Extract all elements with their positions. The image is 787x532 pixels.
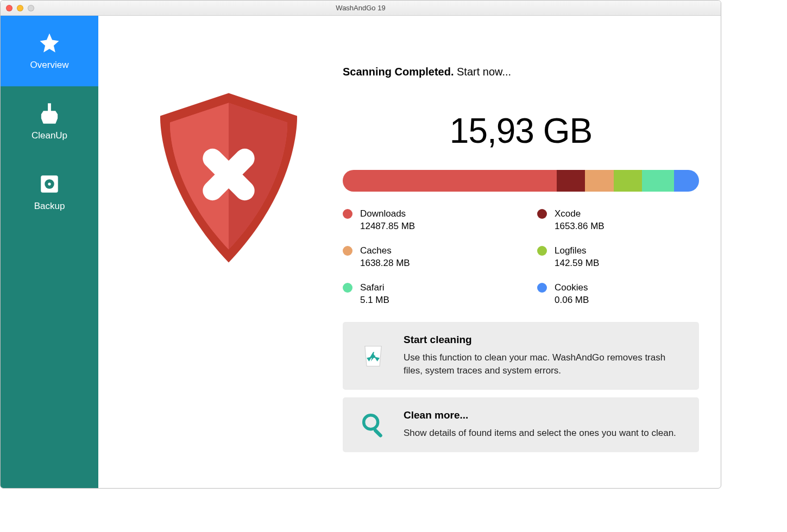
legend: Downloads12487.85 MBXcode1653.86 MBCache…: [343, 208, 699, 307]
legend-item: Safari5.1 MB: [343, 282, 505, 307]
disk-icon: [38, 173, 61, 195]
results-column: Scanning Completed. Start now... 15,93 G…: [343, 37, 699, 460]
storage-bar: [343, 170, 699, 192]
bar-segment: [585, 170, 613, 192]
clean-more-card[interactable]: Clean more... Show details of found item…: [343, 397, 699, 452]
star-icon: [38, 31, 61, 54]
legend-name: Downloads: [360, 208, 415, 220]
bar-segment: [674, 170, 699, 192]
window-title: WashAndGo 19: [1, 4, 721, 12]
sidebar-item-label: CleanUp: [32, 130, 67, 141]
legend-name: Cookies: [555, 282, 589, 294]
magnifier-icon: [357, 410, 389, 439]
trash-recycle-icon: [357, 341, 389, 370]
legend-dot: [343, 246, 352, 256]
bar-segment: [642, 170, 674, 192]
legend-size: 5.1 MB: [360, 294, 389, 307]
legend-name: Xcode: [555, 208, 605, 220]
status-rest: Start now...: [454, 66, 511, 78]
status-text: Scanning Completed. Start now...: [343, 66, 699, 78]
main-content: Scanning Completed. Start now... 15,93 G…: [98, 16, 721, 488]
sidebar-item-cleanup[interactable]: CleanUp: [1, 86, 98, 157]
card-desc: Use this function to clean your mac. Was…: [404, 351, 685, 378]
broom-icon: [38, 102, 61, 125]
legend-item: Cookies0.06 MB: [537, 282, 699, 307]
legend-name: Logfiles: [555, 245, 599, 257]
body: Overview CleanUp Backup: [1, 16, 721, 488]
titlebar: WashAndGo 19: [1, 1, 721, 16]
legend-size: 142.59 MB: [555, 257, 599, 270]
svg-point-5: [364, 415, 378, 429]
legend-size: 12487.85 MB: [360, 220, 415, 233]
status-bold: Scanning Completed.: [343, 66, 454, 78]
sidebar-item-label: Overview: [30, 60, 69, 71]
legend-item: Caches1638.28 MB: [343, 245, 505, 270]
legend-item: Logfiles142.59 MB: [537, 245, 699, 270]
sidebar: Overview CleanUp Backup: [1, 16, 98, 488]
status-icon-column: [115, 37, 343, 271]
legend-item: Downloads12487.85 MB: [343, 208, 505, 233]
bar-segment: [557, 170, 585, 192]
app-window: WashAndGo 19 Overview CleanUp Backup: [0, 0, 721, 489]
svg-point-2: [48, 182, 51, 185]
legend-size: 0.06 MB: [555, 294, 589, 307]
card-desc: Show details of found items and select t…: [404, 427, 685, 440]
legend-dot: [343, 209, 352, 219]
legend-name: Caches: [360, 245, 410, 257]
svg-rect-6: [373, 428, 383, 438]
card-title: Start cleaning: [404, 334, 685, 346]
bar-segment: [343, 170, 557, 192]
start-cleaning-card[interactable]: Start cleaning Use this function to clea…: [343, 322, 699, 390]
shield-x-icon: [147, 86, 310, 271]
legend-dot: [343, 283, 352, 293]
sidebar-item-overview[interactable]: Overview: [1, 16, 98, 86]
sidebar-item-label: Backup: [34, 201, 65, 212]
legend-dot: [537, 209, 547, 219]
legend-size: 1638.28 MB: [360, 257, 410, 270]
legend-item: Xcode1653.86 MB: [537, 208, 699, 233]
bar-segment: [614, 170, 642, 192]
legend-dot: [537, 283, 547, 293]
legend-size: 1653.86 MB: [555, 220, 605, 233]
legend-dot: [537, 246, 547, 256]
sidebar-item-backup[interactable]: Backup: [1, 157, 98, 227]
card-title: Clean more...: [404, 409, 685, 421]
legend-name: Safari: [360, 282, 389, 294]
total-size: 15,93 GB: [343, 111, 699, 151]
